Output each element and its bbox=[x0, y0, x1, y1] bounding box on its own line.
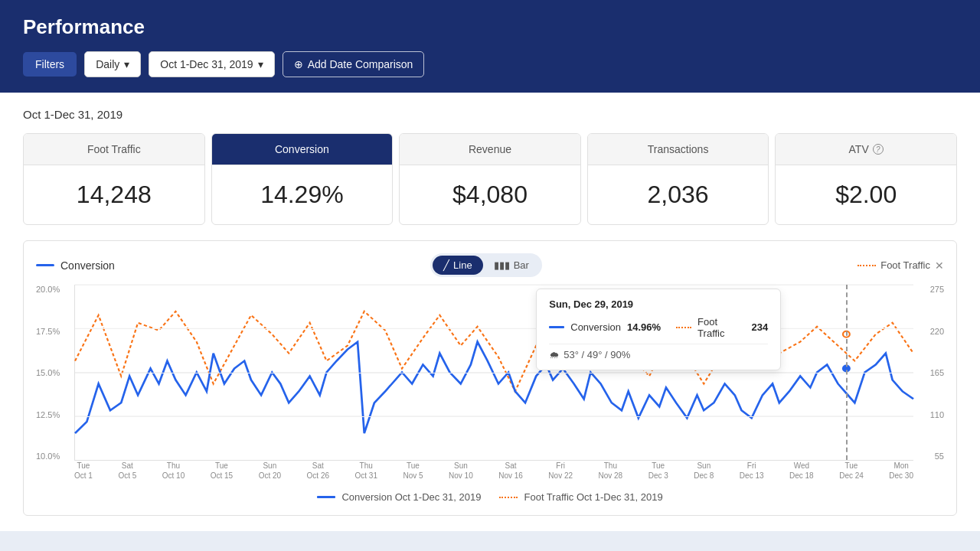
tooltip-conversion-value: 14.96% bbox=[627, 321, 661, 333]
grid-line-1 bbox=[75, 328, 913, 329]
x-label-9: SatNov 16 bbox=[498, 461, 523, 484]
plus-circle-icon: ⊕ bbox=[294, 58, 303, 70]
x-label-16: TueDec 24 bbox=[839, 461, 864, 484]
metric-header-revenue: Revenue bbox=[400, 134, 580, 165]
info-icon: ? bbox=[873, 144, 884, 155]
y-axis-left: 20.0% 17.5% 15.0% 12.5% 10.0% bbox=[36, 285, 74, 461]
y-right-label-1: 220 bbox=[930, 327, 944, 336]
tooltip-vertical-line bbox=[846, 285, 848, 460]
x-label-3: TueOct 15 bbox=[211, 461, 233, 484]
y-axis-right: 275 220 165 110 55 bbox=[913, 285, 944, 461]
chart-legend-right: Foot Traffic ✕ bbox=[858, 259, 944, 272]
y-left-label-1: 17.5% bbox=[36, 327, 74, 336]
metric-value-revenue: $4,080 bbox=[400, 165, 580, 224]
legend-foot-traffic-indicator bbox=[499, 497, 518, 498]
metric-header-transactions: Transactions bbox=[588, 134, 769, 165]
metrics-row: Foot Traffic 14,248 Conversion 14.29% Re… bbox=[23, 133, 957, 225]
x-label-8: SunNov 10 bbox=[449, 461, 473, 484]
y-right-label-2: 165 bbox=[930, 368, 944, 377]
main-content: Oct 1-Dec 31, 2019 Foot Traffic 14,248 C… bbox=[0, 93, 980, 531]
chart-top: Conversion ╱ Line ▮▮▮ Bar Foot Traffic ✕ bbox=[36, 253, 944, 277]
x-axis: TueOct 1 SatOct 5 ThuOct 10 TueOct 15 Su… bbox=[74, 461, 913, 484]
metric-value-transactions: 2,036 bbox=[588, 165, 769, 224]
add-date-comparison-button[interactable]: ⊕ Add Date Comparison bbox=[283, 51, 425, 77]
grid-line-2 bbox=[75, 373, 913, 373]
toggle-line-button[interactable]: ╱ Line bbox=[433, 256, 483, 275]
x-label-15: WedDec 18 bbox=[789, 461, 814, 484]
line-chart-icon: ╱ bbox=[443, 259, 449, 271]
legend-item-foot-traffic: Foot Traffic Oct 1-Dec 31, 2019 bbox=[499, 491, 662, 503]
x-label-10: FriNov 22 bbox=[548, 461, 573, 484]
date-range-label: Oct 1-Dec 31, 2019 bbox=[23, 108, 957, 121]
metric-card-transactions[interactable]: Transactions 2,036 bbox=[587, 133, 769, 225]
chevron-down-icon: ▾ bbox=[124, 58, 129, 70]
tooltip-conversion-row: Conversion 14.96% Foot Traffic 234 bbox=[549, 316, 768, 339]
x-label-6: ThuOct 31 bbox=[355, 461, 377, 484]
metric-value-atv: $2.00 bbox=[776, 165, 956, 224]
x-label-5: SatOct 26 bbox=[307, 461, 329, 484]
x-label-12: TueDec 3 bbox=[648, 461, 668, 484]
tooltip-foot-traffic-label: Foot Traffic bbox=[697, 316, 745, 339]
filters-button[interactable]: Filters bbox=[23, 52, 77, 77]
x-label-17: MonDec 30 bbox=[889, 461, 913, 484]
x-label-4: SunOct 20 bbox=[259, 461, 281, 484]
x-label-2: ThuOct 10 bbox=[162, 461, 185, 484]
y-right-label-0: 275 bbox=[930, 285, 944, 294]
header-controls: Filters Daily ▾ Oct 1-Dec 31, 2019 ▾ ⊕ A… bbox=[23, 51, 957, 77]
tooltip-conversion-indicator bbox=[549, 326, 564, 328]
tooltip-conversion-label: Conversion bbox=[570, 321, 621, 333]
y-left-label-4: 10.0% bbox=[36, 452, 74, 461]
chart-toggle: ╱ Line ▮▮▮ Bar bbox=[430, 253, 542, 277]
chart-tooltip: Sun, Dec 29, 2019 Conversion 14.96% Foot… bbox=[536, 289, 781, 370]
toggle-bar-button[interactable]: ▮▮▮ Bar bbox=[483, 256, 540, 275]
y-left-label-0: 20.0% bbox=[36, 285, 74, 294]
tooltip-foot-traffic-value: 234 bbox=[752, 321, 769, 333]
x-label-11: ThuNov 28 bbox=[599, 461, 623, 484]
chart-legend-left: Conversion bbox=[36, 259, 115, 272]
daily-dropdown[interactable]: Daily ▾ bbox=[84, 51, 141, 77]
chart-plot: Sun, Dec 29, 2019 Conversion 14.96% Foot… bbox=[74, 285, 913, 461]
metric-header-conversion: Conversion bbox=[212, 134, 393, 165]
tooltip-foot-traffic-indicator bbox=[676, 327, 691, 328]
tooltip-weather: 🌧 53° / 49° / 90% bbox=[549, 344, 768, 360]
close-icon[interactable]: ✕ bbox=[935, 259, 944, 272]
metric-header-atv: ATV ? bbox=[776, 134, 956, 165]
tooltip-date: Sun, Dec 29, 2019 bbox=[549, 298, 768, 310]
chart-bottom-legend: Conversion Oct 1-Dec 31, 2019 Foot Traff… bbox=[36, 491, 944, 503]
x-label-14: FriDec 13 bbox=[740, 461, 764, 484]
chart-container: Conversion ╱ Line ▮▮▮ Bar Foot Traffic ✕ bbox=[23, 240, 957, 516]
y-left-label-2: 15.0% bbox=[36, 368, 74, 377]
foot-traffic-line-indicator bbox=[858, 265, 876, 266]
y-left-label-3: 12.5% bbox=[36, 410, 74, 419]
grid-line-3 bbox=[75, 416, 913, 417]
metric-card-foot-traffic[interactable]: Foot Traffic 14,248 bbox=[23, 133, 205, 225]
header: Performance Filters Daily ▾ Oct 1-Dec 31… bbox=[0, 0, 980, 93]
metric-value-foot-traffic: 14,248 bbox=[24, 165, 204, 224]
y-right-label-4: 55 bbox=[935, 452, 944, 461]
grid-line-0 bbox=[75, 285, 913, 285]
x-label-1: SatOct 5 bbox=[118, 461, 136, 484]
metric-value-conversion: 14.29% bbox=[212, 165, 393, 224]
conversion-line-indicator bbox=[36, 264, 54, 266]
metric-card-revenue[interactable]: Revenue $4,080 bbox=[399, 133, 581, 225]
page-title: Performance bbox=[23, 15, 957, 39]
legend-item-conversion: Conversion Oct 1-Dec 31, 2019 bbox=[317, 491, 481, 503]
bar-chart-icon: ▮▮▮ bbox=[494, 259, 510, 271]
weather-icon: 🌧 bbox=[549, 349, 559, 360]
y-right-label-3: 110 bbox=[930, 410, 944, 419]
daterange-dropdown[interactable]: Oct 1-Dec 31, 2019 ▾ bbox=[149, 51, 274, 77]
x-label-0: TueOct 1 bbox=[74, 461, 93, 484]
metric-header-foot-traffic: Foot Traffic bbox=[24, 134, 204, 165]
x-label-7: TueNov 5 bbox=[403, 461, 423, 484]
legend-conversion-indicator bbox=[317, 496, 335, 498]
metric-card-atv[interactable]: ATV ? $2.00 bbox=[775, 133, 957, 225]
conversion-line bbox=[75, 342, 913, 433]
x-label-13: SunDec 8 bbox=[694, 461, 714, 484]
metric-card-conversion[interactable]: Conversion 14.29% bbox=[211, 133, 394, 225]
chart-area: 20.0% 17.5% 15.0% 12.5% 10.0% 275 220 16… bbox=[36, 285, 944, 484]
chevron-down-icon: ▾ bbox=[258, 58, 263, 70]
